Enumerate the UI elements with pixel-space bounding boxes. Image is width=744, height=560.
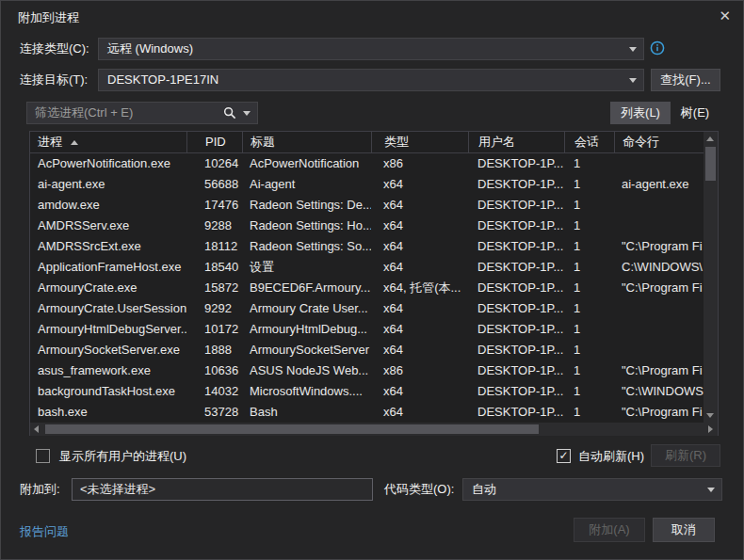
connection-target-label: 连接目标(T):	[20, 69, 88, 91]
process-row[interactable]: ArmourySocketServer.exe1888ArmourySocket…	[30, 340, 705, 360]
cell-process: ArmourySocketServer.exe	[30, 340, 186, 360]
chevron-down-icon	[629, 47, 637, 52]
show-all-users-label[interactable]: 显示所有用户的进程(U)	[59, 448, 186, 464]
cell-title: ASUS NodeJS Web...	[242, 360, 371, 381]
cell-user: DESKTOP-1P...	[468, 319, 564, 340]
cell-type: x64	[371, 195, 468, 216]
cell-process: AcPowerNotification.exe	[30, 153, 186, 174]
horizontal-scrollbar-thumb[interactable]	[45, 424, 539, 434]
process-row[interactable]: ai-agent.exe56688Ai-agentx64DESKTOP-1P..…	[30, 174, 705, 195]
cell-cmdline: "C:\WINDOWS	[614, 381, 705, 402]
cancel-button[interactable]: 取消	[653, 518, 715, 542]
cell-title: Radeon Settings: De...	[242, 195, 371, 216]
process-row[interactable]: asus_framework.exe10636ASUS NodeJS Web..…	[30, 360, 705, 381]
cell-process: asus_framework.exe	[30, 360, 186, 381]
attach-to-process-dialog: 附加到进程 ✕ 连接类型(C): 远程 (Windows) 连接目标(T): D…	[0, 0, 744, 560]
process-row[interactable]: AMDRSSrcExt.exe18112Radeon Settings: So.…	[30, 236, 705, 257]
process-row[interactable]: amdow.exe17476Radeon Settings: De...x64D…	[30, 195, 705, 216]
sort-ascending-icon	[71, 140, 78, 145]
process-row[interactable]: bash.exe53728Bashx64DESKTOP-1P...1"C:\Pr…	[30, 402, 705, 423]
cell-process: ApplicationFrameHost.exe	[30, 257, 186, 278]
cell-title: AcPowerNotification	[242, 153, 371, 174]
column-header-label: 用户名	[478, 135, 515, 149]
cell-session: 1	[564, 319, 614, 340]
cell-process: amdow.exe	[30, 195, 186, 216]
list-view-button[interactable]: 列表(L)	[610, 102, 671, 124]
connection-type-select[interactable]: 远程 (Windows)	[98, 38, 644, 60]
info-icon[interactable]	[650, 40, 665, 56]
cell-title: Armoury Crate User...	[242, 298, 371, 319]
cell-type: x86	[371, 360, 468, 381]
column-header-title[interactable]: 标题	[242, 132, 371, 152]
vertical-scrollbar[interactable]	[704, 132, 718, 423]
cell-session: 1	[564, 402, 614, 423]
cell-session: 1	[564, 340, 614, 360]
cell-title: Radeon Settings: So...	[242, 236, 371, 257]
process-row[interactable]: ArmouryCrate.exe15872B9ECED6F.Armoury...…	[30, 278, 705, 298]
show-all-users-checkbox[interactable]	[36, 449, 50, 463]
cell-type: x64	[371, 340, 468, 360]
cell-process: ArmouryCrate.exe	[30, 278, 186, 298]
cell-session: 1	[564, 360, 614, 381]
process-row[interactable]: AcPowerNotification.exe10264AcPowerNotif…	[30, 153, 705, 174]
cell-type: x64	[371, 298, 468, 319]
vertical-scrollbar-thumb[interactable]	[705, 147, 716, 181]
process-row[interactable]: ApplicationFrameHost.exe18540设置x64DESKTO…	[30, 257, 705, 278]
column-header-pid[interactable]: PID	[186, 132, 242, 152]
cell-cmdline: "C:\Program Fi	[614, 360, 705, 381]
cell-user: DESKTOP-1P...	[468, 402, 564, 423]
cell-user: DESKTOP-1P...	[468, 174, 564, 195]
column-header-session[interactable]: 会话	[564, 132, 614, 152]
process-row[interactable]: ArmouryHtmlDebugServer....10172ArmouryHt…	[30, 319, 705, 340]
cell-user: DESKTOP-1P...	[468, 257, 564, 278]
find-button[interactable]: 查找(F)...	[651, 69, 720, 91]
attach-button[interactable]: 附加(A)	[574, 518, 645, 542]
code-type-value: 自动	[472, 479, 496, 500]
cell-type: x64	[371, 216, 468, 236]
column-header-type[interactable]: 类型	[371, 132, 468, 152]
cell-title: MicrosoftWindows....	[242, 381, 371, 402]
code-type-select[interactable]: 自动	[462, 478, 722, 501]
auto-refresh-label[interactable]: 自动刷新(H)	[578, 448, 644, 464]
process-row[interactable]: AMDRSServ.exe9288Radeon Settings: Ho...x…	[30, 216, 705, 236]
cell-user: DESKTOP-1P...	[468, 278, 564, 298]
search-icon[interactable]	[223, 106, 236, 122]
column-header-process[interactable]: 进程	[30, 132, 186, 152]
scroll-down-icon[interactable]	[704, 408, 718, 423]
auto-refresh-checkbox[interactable]: ✓	[557, 449, 571, 463]
cell-pid: 9288	[186, 216, 242, 236]
cell-cmdline: C:\WINDOWS\	[614, 257, 705, 278]
scroll-left-icon[interactable]	[30, 423, 44, 436]
cell-cmdline	[614, 195, 705, 216]
column-header-label: 类型	[384, 135, 409, 149]
process-row[interactable]: ArmouryCrate.UserSession...9292Armoury C…	[30, 298, 705, 319]
process-row[interactable]: backgroundTaskHost.exe14032MicrosoftWind…	[30, 381, 705, 402]
scroll-right-icon[interactable]	[704, 423, 718, 436]
cell-pid: 18112	[186, 236, 242, 257]
process-filter-input[interactable]: 筛选进程(Ctrl + E)	[26, 102, 258, 124]
close-icon[interactable]: ✕	[719, 7, 731, 25]
process-table: 进程 PID 标题 类型 用户名 会话 命令行 AcPowerNotificat…	[29, 131, 719, 436]
process-rows: AcPowerNotification.exe10264AcPowerNotif…	[30, 153, 705, 423]
cell-cmdline: ai-agent.exe	[614, 174, 705, 195]
cell-type: x64	[371, 319, 468, 340]
cell-process: bash.exe	[30, 402, 186, 423]
cell-session: 1	[564, 216, 614, 236]
cell-type: x64	[371, 236, 468, 257]
column-header-user[interactable]: 用户名	[468, 132, 564, 152]
refresh-button[interactable]: 刷新(R)	[651, 444, 720, 467]
attach-to-field[interactable]: <未选择进程>	[72, 478, 373, 501]
cell-pid: 53728	[186, 402, 242, 423]
cell-pid: 14032	[186, 381, 242, 402]
cell-pid: 10172	[186, 319, 242, 340]
connection-target-select[interactable]: DESKTOP-1PE17IN	[98, 69, 644, 91]
horizontal-scrollbar[interactable]	[30, 423, 718, 436]
cell-type: x64, 托管(本...	[371, 278, 468, 298]
column-header-cmdline[interactable]: 命令行	[614, 132, 705, 152]
report-problem-link[interactable]: 报告问题	[20, 523, 69, 540]
chevron-down-icon[interactable]	[243, 111, 251, 116]
cell-type: x64	[371, 257, 468, 278]
column-header-label: PID	[205, 135, 226, 149]
scroll-up-icon[interactable]	[704, 132, 718, 146]
tree-view-button[interactable]: 树(E)	[673, 102, 717, 124]
